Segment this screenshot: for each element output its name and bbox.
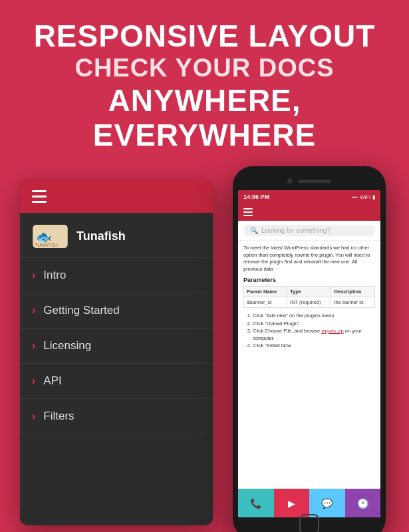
phone-parameters-table: Param Name Type Description $banner_id I… [243,286,375,308]
battery-icon: ▮ [372,194,375,200]
table-header-desc: Description [331,287,375,297]
front-camera-icon [287,178,293,184]
nav-item-intro[interactable]: › Intro [20,258,213,293]
phone-search-bar: 🔍 Looking for something? [238,221,380,241]
hero-line-3: ANYWHERE, EVERYWHERE [13,83,396,154]
nav-label-intro: Intro [43,269,66,282]
table-header-type: Type [287,287,331,297]
search-input-wrap[interactable]: 🔍 Looking for something? [243,225,375,236]
wifi-icon: WiFi [360,194,370,200]
nav-label-api: API [43,374,61,388]
phone-body: To meet the latest WordPress standards w… [238,241,380,517]
phone-device: 14:06 PM ▪▪▪ WiFi ▮ 🔍 Looking for someth… [233,166,386,532]
nav-item-getting-started[interactable]: › Getting Started [20,293,213,329]
list-item: Click Choose File, and browse wppas.zip … [253,327,375,342]
chevron-icon: › [32,410,35,422]
hero-line-1: RESPONSIVE LAYOUT [13,19,396,54]
phone-nav-bar [238,203,380,221]
tablet-header [20,180,213,213]
phone-bottom-bar: 📞 ▶ 💬 🕐 [238,488,380,517]
clock-button[interactable]: 🕐 [345,489,381,517]
phone-status-time: 14:06 PM [243,194,269,200]
phone-paragraph: To meet the latest WordPress standards w… [243,245,375,273]
list-item: Click "Upload Plugin" [253,320,375,327]
tablet-device: 🐟 TUNAFISH Tunafish › Intro › Getting St… [20,180,213,525]
phone-section-title: Parameters [243,277,375,283]
nav-item-api[interactable]: › API [20,364,213,399]
table-cell-desc: the banner id. [331,297,375,308]
nav-list: › Intro › Getting Started › Licensing › … [20,258,213,525]
phone-home-indicator [238,517,380,531]
hero-line-2: CHECK YOUR DOCS [13,54,396,83]
tablet-content: 🐟 TUNAFISH Tunafish › Intro › Getting St… [20,213,213,525]
clock-icon: 🕐 [357,498,368,509]
play-icon: ▶ [288,498,295,509]
svg-text:TUNAFISH: TUNAFISH [35,243,58,248]
chat-button[interactable]: 💬 [309,489,345,517]
search-placeholder: Looking for something? [261,227,331,234]
svg-text:🐟: 🐟 [36,229,53,245]
phone-camera-bar [238,174,380,188]
hamburger-menu-icon[interactable] [32,190,47,203]
nav-label-getting-started: Getting Started [43,304,119,317]
devices-container: 🐟 TUNAFISH Tunafish › Intro › Getting St… [0,166,409,532]
phone-status-icons: ▪▪▪ WiFi ▮ [352,194,375,200]
brand-logo-icon: 🐟 TUNAFISH [32,225,68,248]
hero-section: RESPONSIVE LAYOUT CHECK YOUR DOCS ANYWHE… [0,0,409,160]
phone-speaker-icon [298,180,331,183]
phone-icon: 📞 [250,498,261,509]
chevron-icon: › [32,269,35,281]
chevron-icon: › [32,340,35,352]
nav-item-licensing[interactable]: › Licensing [20,329,213,364]
signal-icon: ▪▪▪ [352,194,358,200]
phone-status-bar: 14:06 PM ▪▪▪ WiFi ▮ [238,190,380,203]
phone-screen: 14:06 PM ▪▪▪ WiFi ▮ 🔍 Looking for someth… [238,190,380,517]
phone-hamburger-icon[interactable] [243,208,253,216]
phone-call-button[interactable]: 📞 [238,489,274,517]
chevron-icon: › [32,375,35,387]
nav-label-filters: Filters [43,410,74,423]
table-header-param: Param Name [244,287,287,297]
phone-steps-list: Click "Add new" on the plugins menu Clic… [243,312,375,349]
nav-item-filters[interactable]: › Filters [20,399,213,434]
chevron-icon: › [32,305,35,317]
chat-icon: 💬 [321,498,333,509]
brand-row: 🐟 TUNAFISH Tunafish [20,213,213,258]
play-button[interactable]: ▶ [274,489,310,517]
list-item: Click "Add new" on the plugins menu [253,312,375,319]
nav-label-licensing: Licensing [43,339,91,352]
table-cell-param: $banner_id [244,297,287,308]
table-cell-type: INT (required) [287,297,331,308]
list-item: Click "Install Now [253,342,375,349]
wppas-link[interactable]: wppas.zip [321,328,343,334]
brand-name: Tunafish [76,229,126,243]
search-icon: 🔍 [250,227,258,234]
phone-content-area: To meet the latest WordPress standards w… [238,241,380,488]
home-button[interactable] [299,514,319,532]
table-row: $banner_id INT (required) the banner id. [244,297,375,308]
